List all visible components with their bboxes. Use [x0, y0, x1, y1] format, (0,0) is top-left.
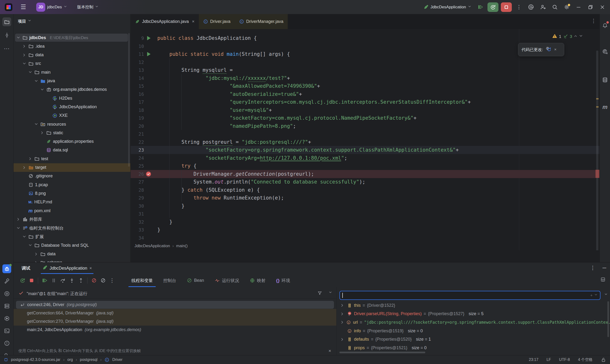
build-hammer-toolwindow-button[interactable] [2, 277, 11, 286]
chevron-right-icon[interactable] [34, 252, 39, 256]
variable-row-props[interactable]: props = {Properties@1521}size = 0 [337, 344, 610, 352]
mute-breakpoints-button[interactable] [98, 276, 107, 285]
chevron-down-icon[interactable] [34, 122, 39, 126]
code-line-24[interactable]: 24 "socketFactoryArg=http://127.0.0.1:80… [131, 154, 599, 162]
rerun-debug-button[interactable] [487, 2, 498, 12]
stack-frame-row[interactable]: main:24, JdbcDesApplication (org.example… [13, 326, 336, 334]
debug-view-tab-线程和变量[interactable]: 线程和变量 [126, 274, 158, 287]
chevron-down-icon[interactable] [22, 235, 27, 239]
code-line-12[interactable]: 12 [131, 58, 599, 66]
run-hexagon-toolwindow-button[interactable] [2, 314, 11, 323]
code-line-32[interactable]: 32 } [131, 218, 599, 226]
debug-view-tab-控制台[interactable]: 控制台 [158, 274, 182, 287]
variables-vscrollbar[interactable] [607, 301, 609, 337]
project-widget[interactable]: JD jdbcDes [34, 1, 69, 13]
ai-assistant-toolwindow-button[interactable] [601, 47, 609, 56]
step-over-button[interactable] [58, 276, 67, 285]
code-line-33[interactable]: 33} [131, 226, 599, 234]
code-line-9[interactable]: 9public class JdbcDesApplication { [131, 34, 599, 42]
minimize-button[interactable] [574, 2, 583, 12]
close-icon[interactable]: × [328, 348, 331, 353]
stack-frame-row[interactable]: connect:246, Driver (org.postgresql) [13, 300, 336, 309]
close-icon[interactable]: × [192, 19, 195, 24]
code-line-25[interactable]: 25 try { [131, 162, 599, 170]
editor-scrollbar[interactable] [596, 51, 598, 250]
chevron-right-icon[interactable] [340, 338, 345, 341]
tree-item-8.png[interactable]: 8.png [13, 189, 130, 198]
chevron-right-icon[interactable] [340, 303, 345, 307]
tree-item-pom.xml[interactable]: mpom.xml [13, 207, 130, 215]
prev-problem-chevron[interactable] [574, 34, 577, 39]
debug-options-kebab[interactable]: ⋮ [590, 265, 595, 271]
search-everywhere-button[interactable] [550, 2, 559, 12]
tree-item-临时文件和控制台[interactable]: 临时文件和控制台 [13, 224, 130, 233]
code-line-15[interactable]: 15 "&maxAllowedPacket=74996390&"+ [131, 82, 599, 90]
line-number[interactable]: 22 [134, 140, 144, 145]
step-out-button[interactable] [76, 276, 85, 285]
code-line-27[interactable]: 27 System.out.println("Connected to data… [131, 178, 599, 186]
main-menu-button[interactable]: ☰ [19, 2, 28, 12]
view-breakpoints-button[interactable] [89, 276, 98, 285]
reload-changed-classes-icon[interactable] [545, 46, 551, 53]
close-icon[interactable]: × [89, 266, 92, 271]
tree-item-schema[interactable]: schema [13, 258, 130, 262]
tree-item-target[interactable]: target [13, 163, 130, 172]
terminal-toolwindow-button[interactable] [2, 326, 11, 335]
line-number[interactable]: 17 [134, 99, 144, 105]
maven-m-toolwindow-button[interactable]: m [601, 103, 609, 111]
line-number[interactable]: 11 [134, 52, 144, 57]
chevron-down-icon[interactable] [22, 62, 27, 65]
chevron-right-icon[interactable] [28, 157, 33, 161]
debug-bug-toolwindow-button[interactable] [2, 264, 11, 273]
chevron-down-icon[interactable] [16, 36, 21, 39]
line-number[interactable]: 13 [134, 67, 144, 73]
chevron-right-icon[interactable] [340, 312, 345, 316]
line-number[interactable]: 20 [134, 123, 144, 129]
stack-frame-row[interactable]: getConnection:270, DriverManager (java.s… [13, 317, 336, 326]
stop-button[interactable] [27, 276, 36, 285]
breadcrumb-method[interactable]: main() [176, 244, 188, 248]
tree-item-JdbcDesApplication[interactable]: JdbcDesApplication [13, 103, 130, 111]
chevron-down-icon[interactable] [16, 226, 21, 230]
ai-assistant-button[interactable] [526, 2, 536, 12]
vcs-menu[interactable]: 版本控制 [75, 3, 100, 11]
code-line-22[interactable]: 22 String postgreurl = "jdbc:postgresql:… [131, 138, 599, 146]
line-number[interactable]: 29 [134, 195, 144, 200]
line-number[interactable]: 25 [134, 163, 144, 169]
line-number[interactable]: 31 [134, 211, 144, 216]
chevron-down-icon[interactable] [28, 243, 33, 247]
line-number[interactable]: 32 [134, 219, 144, 224]
status-crumb-postgresql-42.3.0-sources.jar[interactable]: postgresql-42.3.0-sources.jar [11, 358, 60, 362]
chevron-down-icon[interactable] [40, 88, 45, 91]
stack-frame-row[interactable]: getConnection:664, DriverManager (java.s… [13, 309, 336, 317]
next-problem-chevron[interactable] [579, 34, 583, 39]
status-item-4 个空格[interactable]: 4 个空格 [578, 357, 593, 362]
settings-button[interactable] [562, 2, 571, 12]
evaluate-expression-input[interactable]: ＋ [339, 291, 600, 300]
run-configuration-widget[interactable]: JdbcDesApplication [421, 3, 473, 11]
warning-stripe-mark[interactable] [596, 98, 598, 99]
status-breadcrumb[interactable]: postgresql-42.3.0-sources.jar›org›postgr… [0, 357, 123, 362]
tree-item-HELP.md[interactable]: M↓HELP.md [13, 198, 130, 207]
tree-item-data[interactable]: data [13, 250, 130, 258]
problems-toolwindow-button[interactable] [2, 339, 11, 348]
status-item-UTF-8[interactable]: UTF-8 [559, 358, 570, 362]
code-line-26[interactable]: 26 DriverManager.getConnection(postgreur… [131, 170, 599, 178]
database-toolwindow-button[interactable] [601, 76, 609, 84]
code-line-31[interactable]: 31 [131, 210, 599, 218]
tree-item-org.example.jdbcdes.demos[interactable]: org.example.jdbcdes.demos [13, 85, 130, 94]
variable-row-defaults[interactable]: defaults = {Properties@1520}size = 1 [337, 335, 610, 344]
line-number[interactable]: 16 [134, 91, 144, 97]
chevron-down-icon[interactable] [329, 290, 332, 297]
line-number[interactable]: 23 [134, 147, 144, 153]
kebab-button[interactable]: ⋮ [107, 276, 117, 285]
status-crumb-org[interactable]: org [67, 358, 73, 362]
code-line-34[interactable]: 34 [131, 234, 599, 242]
restore-button[interactable] [586, 2, 595, 12]
more-horizontal-toolwindow-button[interactable]: ⋯ [2, 44, 11, 53]
services-octagon-toolwindow-button[interactable] [2, 289, 11, 298]
editor-tab-DriverManager.java[interactable]: CDriverManager.java [235, 14, 288, 29]
tree-item-data.sql[interactable]: data.sql [13, 146, 130, 155]
debug-view-tab-Bean[interactable]: Bean [182, 274, 209, 287]
tree-item-.idea[interactable]: .idea [13, 42, 130, 51]
